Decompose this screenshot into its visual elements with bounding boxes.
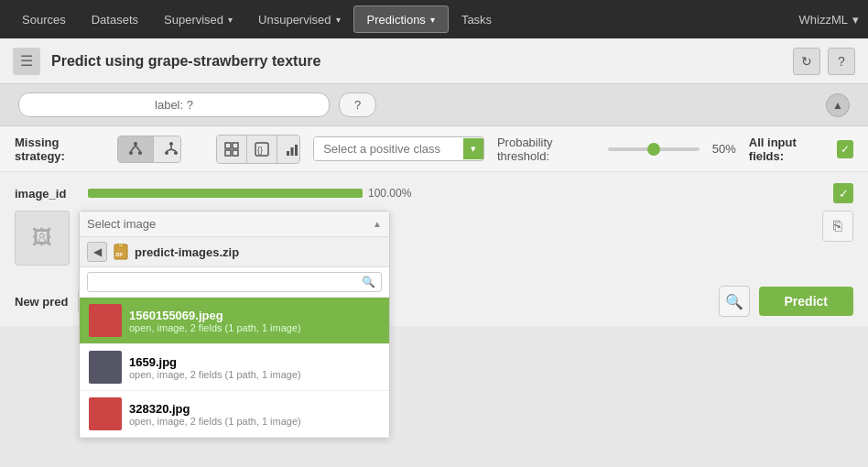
- collapse-button[interactable]: ▲: [826, 93, 850, 117]
- alt-tree-icon: [163, 141, 179, 157]
- navbar-item-supervised[interactable]: Supervised ▾: [151, 0, 245, 38]
- positive-class-input[interactable]: [314, 137, 463, 160]
- svg-rect-19: [295, 145, 298, 156]
- dropdown-item[interactable]: 1560155069.jpegopen, image, 2 fields (1 …: [80, 298, 389, 344]
- missing-strategy-alt-btn[interactable]: [154, 136, 181, 162]
- copy-icon: ⎘: [833, 218, 842, 234]
- code-icon: {}: [255, 142, 269, 157]
- dropdown-search-input[interactable]: [87, 272, 382, 292]
- supervised-arrow: ▾: [228, 15, 233, 25]
- svg-line-4: [136, 146, 140, 151]
- brand-arrow: ▾: [852, 13, 859, 27]
- label-bar: label: ? ? ▲: [0, 84, 868, 126]
- missing-strategy-group: [117, 136, 181, 163]
- refresh-icon: ↻: [801, 54, 812, 69]
- image-select-dropdown[interactable]: Select image ▲ ◀ ZIP predict-images.zip: [79, 211, 390, 439]
- navbar-item-datasets[interactable]: Datasets: [79, 0, 151, 38]
- svg-point-7: [174, 151, 178, 155]
- bar-icon: [285, 142, 299, 157]
- search-button[interactable]: 🔍: [719, 286, 750, 317]
- svg-rect-12: [233, 143, 238, 148]
- missing-strategy-label: Missing strategy:: [15, 136, 101, 163]
- dropdown-header: Select image ▲: [80, 212, 389, 237]
- dropdown-items-list: 1560155069.jpegopen, image, 2 fields (1 …: [80, 298, 389, 438]
- dropdown-select-label: Select image: [87, 217, 156, 231]
- search-icon: 🔍: [362, 276, 375, 288]
- dropdown-item[interactable]: 328320.jpgopen, image, 2 fields (1 path,…: [80, 391, 389, 438]
- all-fields-checkbox[interactable]: ✓: [837, 140, 853, 158]
- code-view-btn[interactable]: {}: [247, 136, 277, 163]
- image-input-row: 🖼 Select image ▲ ◀: [15, 211, 853, 266]
- info-icon: ?: [838, 54, 845, 69]
- all-input-fields-label: All input fields:: [749, 136, 825, 163]
- svg-rect-21: [118, 244, 124, 247]
- brand[interactable]: WhizzML ▾: [799, 13, 859, 27]
- navbar-item-unsupervised[interactable]: Unsupervised ▾: [245, 0, 353, 38]
- item-sub-label: open, image, 2 fields (1 path, 1 image): [129, 369, 301, 380]
- positive-class-select[interactable]: ▾: [313, 136, 484, 161]
- positive-class-arrow[interactable]: ▾: [463, 138, 483, 159]
- svg-rect-17: [287, 151, 289, 156]
- svg-line-9: [167, 149, 171, 151]
- item-name-label: 328320.jpg: [129, 402, 301, 416]
- label-question: ?: [339, 92, 376, 117]
- refresh-button[interactable]: ↻: [793, 48, 820, 75]
- probability-threshold-label: Probability threshold:: [497, 136, 595, 163]
- tasks-label: Tasks: [461, 13, 492, 27]
- navbar-item-tasks[interactable]: Tasks: [449, 0, 505, 38]
- copy-button[interactable]: ⎘: [822, 211, 853, 242]
- checkmark-icon: ✓: [841, 143, 850, 156]
- field-check-icon: ✓: [839, 187, 849, 201]
- svg-rect-11: [225, 143, 231, 148]
- field-bar-container: 100.00%: [88, 187, 824, 200]
- label-display[interactable]: label: ?: [18, 92, 330, 117]
- grid-view-btn[interactable]: [217, 136, 247, 163]
- field-row-image-id: image_id 100.00% ✓: [15, 183, 853, 203]
- image-preview: 🖼: [15, 211, 70, 266]
- datasets-label: Datasets: [92, 13, 138, 27]
- svg-text:{}: {}: [257, 146, 263, 155]
- predictions-arrow: ▾: [430, 15, 435, 25]
- header-bar: ☰ Predict using grape-strawberry texture…: [0, 38, 868, 84]
- navbar-item-sources[interactable]: Sources: [9, 0, 79, 38]
- chevron-up-icon: ▲: [832, 99, 843, 112]
- bar-view-btn[interactable]: [277, 136, 300, 163]
- svg-line-3: [131, 146, 136, 151]
- grid-icon: [224, 142, 239, 157]
- svg-point-0: [134, 142, 137, 146]
- item-name-label: 1560155069.jpeg: [129, 309, 301, 322]
- zip-icon: ZIP: [113, 244, 129, 260]
- svg-rect-18: [291, 147, 294, 156]
- field-progress-bar: [88, 189, 363, 198]
- item-name-label: 1659.jpg: [129, 355, 301, 369]
- back-arrow-icon: ◀: [93, 245, 102, 258]
- navbar: Sources Datasets Supervised ▾ Unsupervis…: [0, 0, 868, 38]
- dropdown-search-row: 🔍: [80, 267, 389, 298]
- probability-value: 50%: [712, 142, 736, 156]
- controls-row: Missing strategy:: [0, 126, 868, 172]
- svg-line-10: [171, 149, 176, 151]
- dropdown-arrow-icon: ▾: [471, 143, 476, 155]
- field-pct-label: 100.00%: [368, 187, 411, 200]
- new-pred-label: New pred: [15, 295, 69, 309]
- main-area: image_id 100.00% ✓ 🖼 Select image ▲: [0, 172, 868, 277]
- predict-button[interactable]: Predict: [759, 287, 853, 316]
- field-checkbox[interactable]: ✓: [833, 183, 853, 203]
- unsupervised-label: Unsupervised: [258, 13, 331, 27]
- supervised-label: Supervised: [164, 13, 223, 27]
- document-icon: ☰: [13, 48, 40, 75]
- item-sub-label: open, image, 2 fields (1 path, 1 image): [129, 416, 301, 427]
- sources-label: Sources: [22, 13, 66, 27]
- info-button[interactable]: ?: [828, 48, 855, 75]
- dropdown-back-button[interactable]: ◀: [87, 242, 107, 262]
- svg-text:ZIP: ZIP: [115, 252, 123, 257]
- svg-rect-14: [233, 150, 238, 156]
- probability-slider[interactable]: [608, 147, 700, 151]
- page-title: Predict using grape-strawberry texture: [51, 53, 782, 70]
- missing-strategy-tree-btn[interactable]: [118, 136, 154, 162]
- dropdown-toggle-arrow[interactable]: ▲: [373, 219, 382, 229]
- navbar-item-predictions[interactable]: Predictions ▾: [353, 5, 449, 33]
- svg-point-6: [165, 151, 168, 155]
- tree-icon: [127, 141, 144, 157]
- dropdown-item[interactable]: 1659.jpgopen, image, 2 fields (1 path, 1…: [80, 344, 389, 391]
